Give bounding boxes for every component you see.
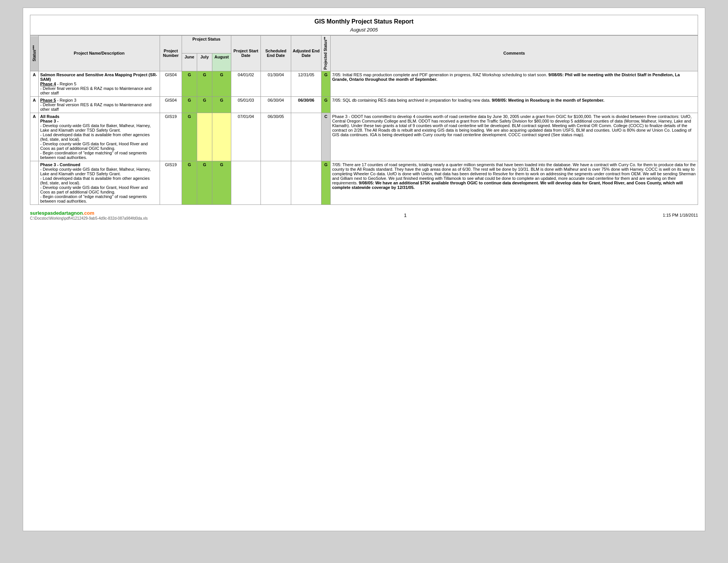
report-title: GIS Monthly Project Status Report — [30, 15, 698, 26]
scheduled-end-header: Scheduled End Date — [261, 36, 291, 71]
report-subtitle: August 2005 — [30, 26, 698, 35]
start-date-cell: 07/01/04 — [231, 113, 261, 161]
proj-status-cell: G — [322, 161, 331, 204]
start-date-header: Project Start Date — [231, 36, 261, 71]
project-description: Phase 3 - Continued - Develop county-wid… — [39, 161, 160, 204]
projected-status-header: Projected Status** — [322, 36, 331, 71]
august-cell: G — [212, 71, 231, 96]
scheduled-end-cell: 01/30/04 — [261, 71, 291, 96]
footer-page: 1 — [404, 212, 406, 218]
proj-status-cell: G — [322, 96, 331, 113]
table-row: Phase 3 - Continued - Develop county-wid… — [30, 161, 698, 204]
table-row: A Phase 5 - Region 3 - Deliver final ver… — [30, 96, 698, 113]
proj-status-cell: G — [322, 71, 331, 96]
footer-logo: surlespasdedartagnon.com C:\Docstoc\Work… — [30, 210, 148, 220]
page: GIS Monthly Project Status Report August… — [23, 8, 705, 531]
header-row-1: Status*** Project Name/Description Proje… — [30, 36, 698, 53]
august-cell — [212, 113, 231, 161]
status-cell: A — [30, 71, 39, 96]
june-cell: G — [182, 113, 197, 161]
main-table: Status*** Project Name/Description Proje… — [30, 35, 698, 205]
project-description: All Roads Phase 3 - - Develop county-wid… — [39, 113, 160, 161]
project-number-cell: GIS19 — [160, 113, 182, 161]
scheduled-end-cell: 06/30/05 — [261, 113, 291, 161]
adjusted-end-cell — [291, 113, 322, 161]
comments-cell: 7/05: There are 17 counties of road segm… — [331, 161, 698, 204]
august-cell: G — [212, 96, 231, 113]
footer-time: 1:15 PM 1/18/2011 — [663, 213, 698, 217]
project-description: Salmon Resource and Sensitive Area Mappi… — [39, 71, 160, 96]
project-number-cell: GIS04 — [160, 96, 182, 113]
july-cell — [197, 113, 212, 161]
status-cell — [30, 161, 39, 204]
comments-cell: 7/05: SQL db containing RES data being a… — [331, 96, 698, 113]
project-description: Phase 5 - Region 3 - Deliver final versi… — [39, 96, 160, 113]
adjusted-end-cell — [291, 161, 322, 204]
status-cell: A — [30, 96, 39, 113]
june-cell: G — [182, 96, 197, 113]
proj-status-cell: C — [322, 113, 331, 161]
june-cell: G — [182, 71, 197, 96]
august-cell: G — [212, 161, 231, 204]
scheduled-end-cell — [261, 161, 291, 204]
table-row: A All Roads Phase 3 - - Develop county-w… — [30, 113, 698, 161]
scheduled-end-cell: 06/30/04 — [261, 96, 291, 113]
comments-cell: 7/05: Initial RES map production complet… — [331, 71, 698, 96]
table-row: A Salmon Resource and Sensitive Area Map… — [30, 71, 698, 96]
status-cell: A — [30, 113, 39, 161]
august-header: August — [212, 53, 231, 71]
footer-path: C:\Docstoc\Working\pdf\41212429-9ab5-4d9… — [30, 216, 148, 220]
footer: surlespasdedartagnon.com C:\Docstoc\Work… — [30, 209, 698, 222]
july-cell: G — [197, 96, 212, 113]
project-name-header: Project Name/Description — [39, 36, 160, 71]
june-cell: G — [182, 161, 197, 204]
comments-header: Comments — [331, 36, 698, 71]
adjusted-end-cell: 06/30/06 — [291, 96, 322, 113]
june-header: June — [182, 53, 197, 71]
comments-cell: Phase 3 - ODOT has committed to develop … — [331, 113, 698, 161]
july-cell: G — [197, 71, 212, 96]
july-cell: G — [197, 161, 212, 204]
adjusted-end-header: Adjusted End Date — [291, 36, 322, 71]
project-status-group-header: Project Status — [182, 36, 231, 53]
adjusted-end-cell: 12/31/05 — [291, 71, 322, 96]
project-number-cell: GIS19 — [160, 161, 182, 204]
status-col-header: Status*** — [30, 36, 39, 71]
project-number-header: Project Number — [160, 36, 182, 71]
project-number-cell: GIS04 — [160, 71, 182, 96]
start-date-cell — [231, 161, 261, 204]
start-date-cell: 04/01/02 — [231, 71, 261, 96]
start-date-cell: 05/01/03 — [231, 96, 261, 113]
july-header: July — [197, 53, 212, 71]
